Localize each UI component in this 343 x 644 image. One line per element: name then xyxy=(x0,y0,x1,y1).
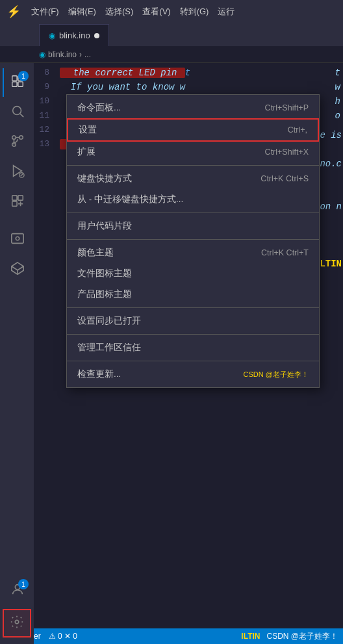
menu-item-migrate-keyboard-label: 从 - 中迁移键盘快捷方式... xyxy=(77,194,293,205)
sidebar-item-settings[interactable] xyxy=(3,609,31,638)
svg-point-6 xyxy=(12,135,16,139)
menu-edit[interactable]: 编辑(E) xyxy=(68,6,96,18)
csdn-credit: CSDN @老子姓李！ xyxy=(244,370,309,380)
tab-bar: ◉ blink.ino xyxy=(0,23,343,46)
menu-item-settings-sync[interactable]: 设置同步已打开 xyxy=(67,311,319,331)
line-num-13: 13 xyxy=(34,137,60,151)
sidebar: 1 xyxy=(0,63,34,644)
arduino-breadcrumb-icon: ◉ xyxy=(39,50,45,59)
sidebar-item-run-debug[interactable] xyxy=(3,158,31,187)
menu-file[interactable]: 文件(F) xyxy=(31,6,59,18)
line-content-8: the correct LED pin t xyxy=(60,66,190,80)
menu-item-manage-trust[interactable]: 管理工作区信任 xyxy=(67,337,319,358)
statusbar-board: ILTIN xyxy=(241,632,260,641)
svg-marker-9 xyxy=(14,165,22,176)
svg-rect-3 xyxy=(18,81,23,86)
menu-item-user-snippets-label: 用户代码片段 xyxy=(77,220,293,232)
svg-rect-0 xyxy=(12,75,17,80)
sidebar-bottom: 1 xyxy=(3,576,31,644)
menu-view[interactable]: 查看(V) xyxy=(142,6,170,18)
search-icon xyxy=(10,104,25,122)
titlebar: ⚡ 文件(F) 编辑(E) 选择(S) 查看(V) 转到(G) 运行 xyxy=(0,0,343,23)
breadcrumb-file[interactable]: blink.ino xyxy=(48,50,77,59)
menu-item-command-palette[interactable]: 命令面板... Ctrl+Shift+P xyxy=(67,97,319,118)
svg-point-4 xyxy=(13,106,21,114)
menu-item-extensions-shortcut: Ctrl+Shift+X xyxy=(265,148,309,157)
statusbar-errors: ⚠ 0 ✕ 0 xyxy=(49,632,77,641)
menu-separator-4 xyxy=(67,307,319,308)
svg-point-16 xyxy=(16,237,19,240)
statusbar-csdn: CSDN @老子姓李！ xyxy=(266,631,338,642)
line-num-10: 10 xyxy=(34,94,60,109)
menu-item-extensions-label: 扩展 xyxy=(77,146,249,158)
statusbar: master ⚠ 0 ✕ 0 ILTIN CSDN @老子姓李！ xyxy=(0,628,343,644)
sidebar-item-extensions[interactable] xyxy=(3,188,31,216)
extensions-icon xyxy=(10,194,25,211)
menu-separator-3 xyxy=(67,239,319,240)
source-control-icon xyxy=(10,134,25,151)
package-icon xyxy=(10,261,25,279)
menu-separator-6 xyxy=(67,361,319,361)
svg-rect-14 xyxy=(12,201,17,205)
menu-item-keyboard-shortcuts-shortcut: Ctrl+K Ctrl+S xyxy=(260,174,309,183)
breadcrumb-separator: › xyxy=(79,50,82,59)
menu-item-check-updates[interactable]: 检查更新... CSDN @老子姓李！ xyxy=(67,364,319,385)
menu-item-keyboard-shortcuts-label: 键盘快捷方式 xyxy=(77,173,245,185)
breadcrumb: ◉ blink.ino › ... xyxy=(0,46,343,63)
menu-item-settings-shortcut: Ctrl+, xyxy=(288,125,307,135)
menu-item-color-theme[interactable]: 颜色主题 Ctrl+K Ctrl+T xyxy=(67,242,319,263)
line-num-8: 8 xyxy=(34,66,60,80)
svg-point-20 xyxy=(15,620,19,624)
menu-item-command-palette-label: 命令面板... xyxy=(77,102,249,114)
statusbar-right: ILTIN CSDN @老子姓李！ xyxy=(241,631,338,642)
menu-item-file-icon-theme-label: 文件图标主题 xyxy=(77,268,293,279)
tab-blink[interactable]: ◉ blink.ino xyxy=(39,24,109,46)
menu-item-check-updates-label: 检查更新... xyxy=(77,368,244,380)
menu-item-command-palette-shortcut: Ctrl+Shift+P xyxy=(265,103,309,112)
arduino-sidebar-icon xyxy=(10,231,25,249)
menu-item-file-icon-theme[interactable]: 文件图标主题 xyxy=(67,263,319,284)
sidebar-item-explorer[interactable]: 1 xyxy=(3,68,31,97)
menu-run[interactable]: 运行 xyxy=(218,6,235,18)
vscode-icon: ⚡ xyxy=(6,5,21,19)
context-menu: 命令面板... Ctrl+Shift+P 设置 Ctrl+, 扩展 Ctrl+S… xyxy=(66,94,320,388)
line-num-9: 9 xyxy=(34,80,60,94)
svg-rect-12 xyxy=(12,195,17,200)
gear-icon xyxy=(10,615,24,632)
menu-item-settings[interactable]: 设置 Ctrl+, xyxy=(67,118,319,142)
arduino-icon: ◉ xyxy=(49,31,55,40)
svg-rect-15 xyxy=(12,233,23,243)
menu-item-migrate-keyboard[interactable]: 从 - 中迁移键盘快捷方式... xyxy=(67,189,319,210)
sidebar-item-source-control[interactable] xyxy=(3,128,31,157)
menu-bar: 文件(F) 编辑(E) 选择(S) 查看(V) 转到(G) 运行 xyxy=(31,6,235,18)
code-line-9: 9 If you want to know w xyxy=(34,80,343,94)
svg-line-11 xyxy=(21,174,23,176)
sidebar-item-account[interactable]: 1 xyxy=(3,576,31,605)
menu-item-color-theme-label: 颜色主题 xyxy=(77,247,246,259)
menu-item-product-icon-theme[interactable]: 产品图标主题 xyxy=(67,284,319,305)
main-area: 1 xyxy=(0,63,343,644)
menu-goto[interactable]: 转到(G) xyxy=(180,6,209,18)
sidebar-item-search[interactable] xyxy=(3,98,31,127)
menu-separator-2 xyxy=(67,213,319,213)
line-content-9: If you want to know w xyxy=(60,80,185,94)
breadcrumb-path[interactable]: ... xyxy=(84,50,91,59)
menu-item-keyboard-shortcuts[interactable]: 键盘快捷方式 Ctrl+K Ctrl+S xyxy=(67,168,319,189)
svg-point-7 xyxy=(19,135,23,139)
menu-item-color-theme-shortcut: Ctrl+K Ctrl+T xyxy=(261,248,309,257)
menu-select[interactable]: 选择(S) xyxy=(105,6,133,18)
explorer-badge: 1 xyxy=(18,71,29,81)
svg-rect-2 xyxy=(12,81,17,86)
svg-rect-13 xyxy=(18,195,23,200)
menu-item-user-snippets[interactable]: 用户代码片段 xyxy=(67,216,319,237)
menu-separator-5 xyxy=(67,334,319,335)
sidebar-item-package[interactable] xyxy=(3,255,31,284)
menu-separator-1 xyxy=(67,165,319,166)
line-num-12: 12 xyxy=(34,123,60,137)
menu-item-extensions[interactable]: 扩展 Ctrl+Shift+X xyxy=(67,142,319,162)
sidebar-item-arduino[interactable] xyxy=(3,225,31,254)
editor: 8 the correct LED pin t 9 If you want to… xyxy=(34,63,343,644)
menu-item-settings-label: 设置 xyxy=(79,124,272,136)
menu-item-product-icon-theme-label: 产品图标主题 xyxy=(77,289,293,300)
menu-item-manage-trust-label: 管理工作区信任 xyxy=(77,342,293,354)
